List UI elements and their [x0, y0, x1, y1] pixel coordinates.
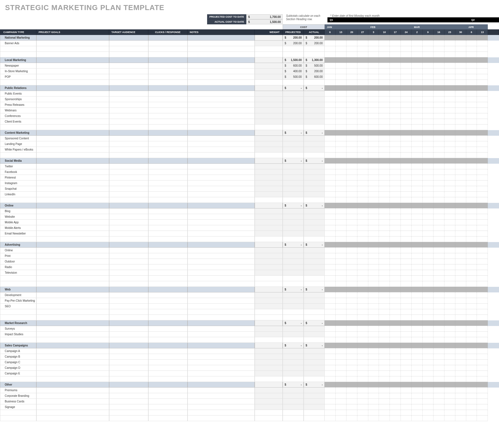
cell-notes[interactable]: [188, 192, 255, 197]
cell-clicks[interactable]: [148, 298, 188, 304]
gantt-cell[interactable]: [444, 404, 455, 410]
gantt-cell[interactable]: [379, 130, 390, 136]
cell-audience[interactable]: [109, 276, 148, 281]
gantt-cell[interactable]: [390, 158, 401, 164]
gantt-cell[interactable]: [357, 399, 368, 404]
gantt-cell[interactable]: [401, 276, 412, 281]
gantt-cell[interactable]: [357, 52, 368, 57]
cell-projected[interactable]: [283, 348, 304, 354]
gantt-cell[interactable]: [379, 399, 390, 404]
gantt-cell[interactable]: [401, 315, 412, 320]
gantt-cell[interactable]: [325, 85, 336, 91]
cell-clicks[interactable]: [148, 214, 188, 220]
gantt-cell[interactable]: [444, 180, 455, 186]
gantt-cell[interactable]: [434, 97, 444, 102]
gantt-cell[interactable]: [368, 248, 379, 253]
gantt-cell[interactable]: [423, 309, 434, 315]
cell-clicks[interactable]: [148, 348, 188, 354]
gantt-cell[interactable]: [466, 130, 477, 136]
cell-projected[interactable]: [283, 264, 304, 270]
cell-projected[interactable]: [283, 399, 304, 404]
gantt-cell[interactable]: [390, 220, 401, 225]
cell-weight[interactable]: [255, 360, 283, 365]
gantt-cell[interactable]: [325, 399, 336, 404]
cell-goals[interactable]: [36, 259, 109, 264]
gantt-cell[interactable]: [357, 371, 368, 376]
gantt-cell[interactable]: [423, 281, 434, 287]
gantt-cell[interactable]: [346, 164, 357, 169]
gantt-cell[interactable]: [466, 208, 477, 214]
cell-goals[interactable]: [36, 270, 109, 276]
gantt-cell[interactable]: [434, 315, 444, 320]
gantt-cell[interactable]: [379, 91, 390, 97]
cell-actual[interactable]: [304, 147, 325, 153]
cell-projected[interactable]: [283, 102, 304, 108]
gantt-cell[interactable]: [444, 52, 455, 57]
gantt-cell[interactable]: [401, 46, 412, 52]
cell-actual[interactable]: [304, 197, 325, 203]
cell-goals[interactable]: [36, 113, 109, 119]
gantt-cell[interactable]: [336, 203, 346, 208]
gantt-cell[interactable]: [423, 180, 434, 186]
gantt-cell[interactable]: [390, 214, 401, 220]
gantt-cell[interactable]: [412, 360, 423, 365]
gantt-cell[interactable]: [434, 281, 444, 287]
gantt-cell[interactable]: [477, 332, 488, 337]
gantt-cell[interactable]: [357, 365, 368, 371]
gantt-cell[interactable]: [325, 186, 336, 192]
cell-weight[interactable]: [255, 354, 283, 360]
gantt-cell[interactable]: [325, 253, 336, 259]
cell-actual[interactable]: [304, 236, 325, 242]
gantt-cell[interactable]: [401, 208, 412, 214]
cell-notes[interactable]: [188, 332, 255, 337]
cell-projected[interactable]: [283, 281, 304, 287]
gantt-cell[interactable]: [444, 108, 455, 113]
gantt-cell[interactable]: [434, 287, 444, 292]
gantt-cell[interactable]: [434, 80, 444, 85]
cell-audience[interactable]: [109, 153, 148, 158]
cell-goals[interactable]: [36, 108, 109, 113]
gantt-cell[interactable]: [412, 343, 423, 348]
gantt-cell[interactable]: [444, 153, 455, 158]
campaign-name[interactable]: Television: [0, 270, 36, 276]
gantt-cell[interactable]: [336, 197, 346, 203]
gantt-cell[interactable]: [325, 97, 336, 102]
gantt-cell[interactable]: [434, 231, 444, 236]
gantt-cell[interactable]: [401, 404, 412, 410]
gantt-cell[interactable]: [346, 113, 357, 119]
gantt-cell[interactable]: [368, 298, 379, 304]
gantt-cell[interactable]: [444, 175, 455, 180]
gantt-cell[interactable]: [368, 41, 379, 46]
gantt-cell[interactable]: [325, 287, 336, 292]
gantt-cell[interactable]: [336, 231, 346, 236]
cell-actual[interactable]: [304, 108, 325, 113]
gantt-cell[interactable]: [379, 203, 390, 208]
gantt-cell[interactable]: [455, 382, 466, 388]
cell-projected[interactable]: [283, 416, 304, 421]
gantt-cell[interactable]: [336, 393, 346, 399]
gantt-cell[interactable]: [346, 304, 357, 309]
cell-goals[interactable]: [36, 97, 109, 102]
gantt-cell[interactable]: [325, 108, 336, 113]
gantt-cell[interactable]: [390, 298, 401, 304]
gantt-cell[interactable]: [379, 337, 390, 343]
gantt-cell[interactable]: [455, 337, 466, 343]
cell-weight[interactable]: [255, 125, 283, 130]
gantt-cell[interactable]: [477, 80, 488, 85]
gantt-cell[interactable]: [423, 287, 434, 292]
cell-actual[interactable]: [304, 169, 325, 175]
gantt-cell[interactable]: [444, 236, 455, 242]
cell-weight[interactable]: [255, 214, 283, 220]
gantt-cell[interactable]: [477, 63, 488, 69]
campaign-name[interactable]: [0, 416, 36, 421]
gantt-cell[interactable]: [466, 35, 477, 41]
cell-clicks[interactable]: [148, 80, 188, 85]
cell-weight[interactable]: [255, 164, 283, 169]
cell-clicks[interactable]: [148, 354, 188, 360]
cell-notes[interactable]: [188, 80, 255, 85]
gantt-cell[interactable]: [336, 214, 346, 220]
cell-weight[interactable]: [255, 41, 283, 46]
gantt-cell[interactable]: [423, 348, 434, 354]
cell-notes[interactable]: [188, 309, 255, 315]
cell-goals[interactable]: [36, 220, 109, 225]
